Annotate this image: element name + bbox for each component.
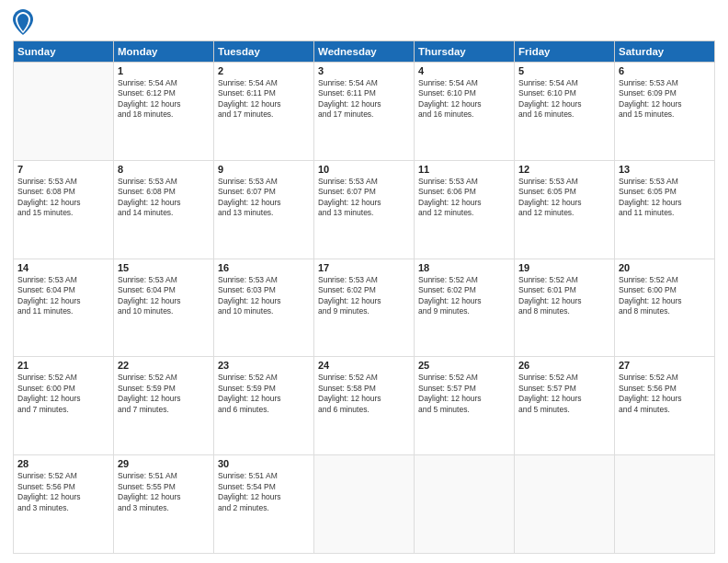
day-number: 15	[118, 262, 210, 273]
weekday-header: Friday	[515, 41, 615, 63]
day-number: 1	[118, 65, 210, 76]
day-number: 20	[619, 262, 711, 273]
cell-info: Sunrise: 5:52 AM Sunset: 6:02 PM Dayligh…	[418, 275, 510, 317]
cell-info: Sunrise: 5:52 AM Sunset: 5:57 PM Dayligh…	[418, 373, 510, 415]
day-number: 10	[318, 164, 410, 175]
day-number: 18	[418, 262, 510, 273]
cell-info: Sunrise: 5:53 AM Sunset: 6:07 PM Dayligh…	[318, 177, 410, 219]
day-number: 19	[518, 262, 610, 273]
day-number: 27	[619, 360, 711, 371]
calendar-cell: 15Sunrise: 5:53 AM Sunset: 6:04 PM Dayli…	[114, 259, 214, 357]
logo	[13, 9, 37, 35]
calendar-cell: 29Sunrise: 5:51 AM Sunset: 5:55 PM Dayli…	[114, 455, 214, 554]
weekday-header: Saturday	[615, 41, 715, 63]
calendar-cell: 4Sunrise: 5:54 AM Sunset: 6:10 PM Daylig…	[415, 63, 515, 161]
day-number: 4	[418, 65, 510, 76]
calendar-table: SundayMondayTuesdayWednesdayThursdayFrid…	[13, 40, 715, 554]
calendar-week-row: 7Sunrise: 5:53 AM Sunset: 6:08 PM Daylig…	[14, 160, 715, 259]
cell-info: Sunrise: 5:52 AM Sunset: 5:56 PM Dayligh…	[17, 471, 109, 513]
calendar-cell: 2Sunrise: 5:54 AM Sunset: 6:11 PM Daylig…	[214, 63, 314, 161]
day-number: 30	[218, 458, 310, 469]
cell-info: Sunrise: 5:54 AM Sunset: 6:12 PM Dayligh…	[118, 78, 210, 121]
cell-info: Sunrise: 5:52 AM Sunset: 5:57 PM Dayligh…	[518, 373, 610, 415]
calendar-cell: 27Sunrise: 5:52 AM Sunset: 5:56 PM Dayli…	[615, 357, 715, 455]
calendar-cell: 16Sunrise: 5:53 AM Sunset: 6:03 PM Dayli…	[214, 259, 314, 357]
calendar-cell: 18Sunrise: 5:52 AM Sunset: 6:02 PM Dayli…	[415, 259, 515, 357]
calendar-week-row: 14Sunrise: 5:53 AM Sunset: 6:04 PM Dayli…	[14, 259, 715, 357]
day-number: 8	[118, 164, 210, 175]
day-number: 9	[218, 164, 310, 175]
calendar-week-row: 1Sunrise: 5:54 AM Sunset: 6:12 PM Daylig…	[14, 63, 715, 161]
day-number: 13	[619, 164, 711, 175]
cell-info: Sunrise: 5:53 AM Sunset: 6:08 PM Dayligh…	[17, 177, 109, 219]
weekday-header: Thursday	[415, 41, 515, 63]
calendar-cell: 5Sunrise: 5:54 AM Sunset: 6:10 PM Daylig…	[515, 63, 615, 161]
calendar-cell	[415, 455, 515, 554]
calendar-cell: 24Sunrise: 5:52 AM Sunset: 5:58 PM Dayli…	[314, 357, 415, 455]
calendar-week-row: 21Sunrise: 5:52 AM Sunset: 6:00 PM Dayli…	[14, 357, 715, 455]
cell-info: Sunrise: 5:53 AM Sunset: 6:04 PM Dayligh…	[118, 275, 210, 317]
calendar-cell: 10Sunrise: 5:53 AM Sunset: 6:07 PM Dayli…	[314, 160, 415, 259]
cell-info: Sunrise: 5:53 AM Sunset: 6:02 PM Dayligh…	[318, 275, 410, 317]
day-number: 29	[118, 458, 210, 469]
calendar-week-row: 28Sunrise: 5:52 AM Sunset: 5:56 PM Dayli…	[14, 455, 715, 554]
cell-info: Sunrise: 5:54 AM Sunset: 6:11 PM Dayligh…	[318, 78, 410, 121]
day-number: 3	[318, 65, 410, 76]
cell-info: Sunrise: 5:53 AM Sunset: 6:05 PM Dayligh…	[619, 177, 711, 219]
calendar-cell: 26Sunrise: 5:52 AM Sunset: 5:57 PM Dayli…	[515, 357, 615, 455]
day-number: 26	[518, 360, 610, 371]
calendar-cell: 25Sunrise: 5:52 AM Sunset: 5:57 PM Dayli…	[415, 357, 515, 455]
calendar-cell: 13Sunrise: 5:53 AM Sunset: 6:05 PM Dayli…	[615, 160, 715, 259]
calendar-cell: 20Sunrise: 5:52 AM Sunset: 6:00 PM Dayli…	[615, 259, 715, 357]
calendar-header-row: SundayMondayTuesdayWednesdayThursdayFrid…	[14, 41, 715, 63]
day-number: 2	[218, 65, 310, 76]
cell-info: Sunrise: 5:52 AM Sunset: 5:59 PM Dayligh…	[118, 373, 210, 415]
cell-info: Sunrise: 5:54 AM Sunset: 6:10 PM Dayligh…	[518, 78, 610, 121]
day-number: 21	[17, 360, 109, 371]
cell-info: Sunrise: 5:53 AM Sunset: 6:06 PM Dayligh…	[418, 177, 510, 219]
calendar-cell: 28Sunrise: 5:52 AM Sunset: 5:56 PM Dayli…	[14, 455, 114, 554]
calendar-cell	[14, 63, 114, 161]
calendar-cell: 8Sunrise: 5:53 AM Sunset: 6:08 PM Daylig…	[114, 160, 214, 259]
day-number: 23	[218, 360, 310, 371]
logo-icon	[13, 9, 33, 35]
calendar-cell: 23Sunrise: 5:52 AM Sunset: 5:59 PM Dayli…	[214, 357, 314, 455]
cell-info: Sunrise: 5:52 AM Sunset: 5:59 PM Dayligh…	[218, 373, 310, 415]
calendar-cell: 12Sunrise: 5:53 AM Sunset: 6:05 PM Dayli…	[515, 160, 615, 259]
calendar-cell: 9Sunrise: 5:53 AM Sunset: 6:07 PM Daylig…	[214, 160, 314, 259]
calendar-cell: 22Sunrise: 5:52 AM Sunset: 5:59 PM Dayli…	[114, 357, 214, 455]
weekday-header: Sunday	[14, 41, 114, 63]
calendar-cell: 1Sunrise: 5:54 AM Sunset: 6:12 PM Daylig…	[114, 63, 214, 161]
day-number: 22	[118, 360, 210, 371]
weekday-header: Monday	[114, 41, 214, 63]
cell-info: Sunrise: 5:53 AM Sunset: 6:07 PM Dayligh…	[218, 177, 310, 219]
weekday-header: Tuesday	[214, 41, 314, 63]
day-number: 28	[17, 458, 109, 469]
header	[13, 9, 715, 35]
day-number: 14	[17, 262, 109, 273]
day-number: 16	[218, 262, 310, 273]
calendar-cell: 14Sunrise: 5:53 AM Sunset: 6:04 PM Dayli…	[14, 259, 114, 357]
calendar-cell	[615, 455, 715, 554]
calendar-cell: 11Sunrise: 5:53 AM Sunset: 6:06 PM Dayli…	[415, 160, 515, 259]
cell-info: Sunrise: 5:52 AM Sunset: 6:00 PM Dayligh…	[17, 373, 109, 415]
calendar-cell: 6Sunrise: 5:53 AM Sunset: 6:09 PM Daylig…	[615, 63, 715, 161]
day-number: 5	[518, 65, 610, 76]
cell-info: Sunrise: 5:52 AM Sunset: 6:00 PM Dayligh…	[619, 275, 711, 317]
cell-info: Sunrise: 5:54 AM Sunset: 6:10 PM Dayligh…	[418, 78, 510, 121]
cell-info: Sunrise: 5:51 AM Sunset: 5:55 PM Dayligh…	[118, 471, 210, 513]
day-number: 6	[619, 65, 711, 76]
cell-info: Sunrise: 5:53 AM Sunset: 6:09 PM Dayligh…	[619, 78, 711, 121]
calendar-cell: 7Sunrise: 5:53 AM Sunset: 6:08 PM Daylig…	[14, 160, 114, 259]
calendar-cell: 17Sunrise: 5:53 AM Sunset: 6:02 PM Dayli…	[314, 259, 415, 357]
calendar-cell	[314, 455, 415, 554]
cell-info: Sunrise: 5:53 AM Sunset: 6:03 PM Dayligh…	[218, 275, 310, 317]
day-number: 12	[518, 164, 610, 175]
day-number: 7	[17, 164, 109, 175]
day-number: 11	[418, 164, 510, 175]
day-number: 24	[318, 360, 410, 371]
cell-info: Sunrise: 5:53 AM Sunset: 6:08 PM Dayligh…	[118, 177, 210, 219]
page: SundayMondayTuesdayWednesdayThursdayFrid…	[0, 0, 728, 563]
cell-info: Sunrise: 5:51 AM Sunset: 5:54 PM Dayligh…	[218, 471, 310, 513]
calendar-cell: 21Sunrise: 5:52 AM Sunset: 6:00 PM Dayli…	[14, 357, 114, 455]
